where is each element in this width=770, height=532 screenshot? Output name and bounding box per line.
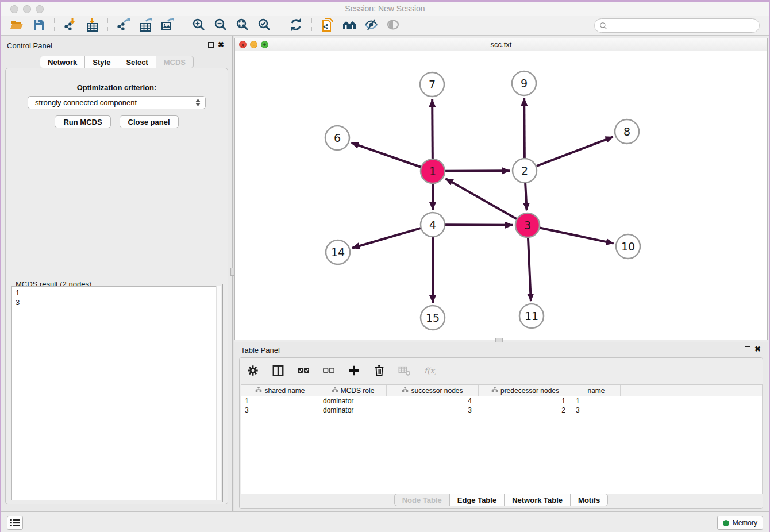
edge-3-10[interactable] — [540, 228, 614, 244]
control-panel-close-icon[interactable]: ✖ — [218, 42, 224, 48]
node-15[interactable]: 15 — [421, 306, 445, 330]
zoom-fit-button[interactable] — [232, 17, 253, 34]
cell-predecessor-nodes[interactable]: 1 — [479, 396, 572, 406]
edge-1-6[interactable] — [352, 143, 421, 167]
zoom-in-button[interactable] — [188, 17, 210, 34]
tab-motifs[interactable]: Motifs — [571, 494, 608, 506]
search-field[interactable] — [594, 18, 760, 33]
export-network-button[interactable] — [113, 17, 134, 34]
clone-network-button[interactable] — [317, 17, 338, 34]
table-panel-close-icon[interactable]: ✖ — [754, 346, 761, 352]
node-3[interactable]: 3 — [515, 213, 540, 237]
node-8[interactable]: 8 — [615, 119, 639, 144]
table-panel-float-icon[interactable] — [745, 346, 750, 352]
function-builder-button: f(x) — [421, 363, 438, 380]
column-header-predecessor-nodes[interactable]: predecessor nodes — [479, 385, 572, 396]
node-label-3: 3 — [524, 219, 531, 232]
select-all-columns-button[interactable] — [295, 363, 312, 380]
tab-node-table[interactable]: Node Table — [394, 494, 450, 506]
cell-successor-nodes[interactable]: 4 — [387, 396, 479, 406]
edge-1-7[interactable] — [432, 99, 433, 159]
criterion-dropdown[interactable]: strongly connected component — [28, 96, 206, 109]
network-window-titlebar[interactable]: x - + scc.txt — [235, 38, 767, 51]
hide-selected-button[interactable] — [360, 17, 382, 34]
run-mcds-button[interactable]: Run MCDS — [55, 115, 110, 128]
edge-2-9[interactable] — [524, 98, 525, 158]
edge-4-14[interactable] — [352, 228, 421, 248]
task-history-button[interactable] — [7, 516, 23, 530]
cell-shared-name[interactable]: 3 — [241, 406, 319, 415]
result-scrollbar[interactable] — [216, 286, 221, 500]
tab-style[interactable]: Style — [85, 56, 118, 68]
mcds-result-textarea[interactable]: 1 3 — [11, 286, 221, 500]
tab-network-table[interactable]: Network Table — [505, 494, 571, 506]
network-view-window: x - + scc.txt 1234678910111415 — [234, 38, 768, 340]
export-image-button[interactable] — [156, 17, 178, 34]
node-1[interactable]: 1 — [421, 159, 445, 183]
cell-shared-name[interactable]: 1 — [241, 396, 319, 406]
tab-mcds[interactable]: MCDS — [156, 56, 194, 68]
node-7[interactable]: 7 — [420, 72, 444, 97]
horizontal-split-grabber[interactable] — [495, 338, 503, 342]
function-builder-icon: f(x) — [424, 364, 436, 379]
cell-MCDS-role[interactable]: dominator — [319, 406, 387, 415]
column-header-name[interactable]: name — [572, 385, 621, 396]
table-settings-button[interactable] — [244, 363, 261, 380]
node-label-11: 11 — [525, 310, 538, 322]
edge-2-8[interactable] — [537, 137, 613, 166]
delete-column-icon — [373, 364, 386, 379]
tab-edge-table[interactable]: Edge Table — [450, 494, 505, 506]
zoom-out-button[interactable] — [210, 17, 232, 34]
edge-2-3[interactable] — [525, 183, 526, 210]
edge-1-2[interactable] — [445, 171, 510, 171]
tab-select[interactable]: Select — [118, 56, 156, 68]
node-9[interactable]: 9 — [512, 71, 536, 95]
close-panel-button[interactable]: Close panel — [120, 115, 179, 128]
import-network-button[interactable] — [59, 17, 81, 34]
titlebar[interactable]: Session: New Session — [1, 2, 769, 16]
save-session-button[interactable] — [28, 17, 49, 34]
node-6[interactable]: 6 — [325, 126, 349, 150]
open-file-button[interactable] — [6, 17, 28, 34]
node-14[interactable]: 14 — [326, 240, 350, 264]
import-table-button[interactable] — [81, 17, 103, 34]
dropdown-chevrons-icon — [195, 99, 201, 106]
cell-successor-nodes[interactable]: 3 — [387, 406, 479, 415]
export-table-button[interactable] — [134, 17, 156, 34]
node-4[interactable]: 4 — [421, 213, 445, 237]
column-label: name — [587, 387, 605, 395]
tab-network[interactable]: Network — [40, 56, 85, 68]
node-11[interactable]: 11 — [519, 304, 544, 328]
clone-network-icon — [321, 18, 334, 33]
table-row[interactable]: 3dominator323 — [241, 406, 762, 415]
cell-name[interactable]: 3 — [572, 406, 621, 415]
edge-3-1[interactable] — [446, 179, 517, 219]
hide-selected-icon — [364, 18, 378, 33]
column-header-shared-name[interactable]: shared name — [241, 385, 319, 396]
edge-4-3[interactable] — [445, 225, 513, 225]
node-10[interactable]: 10 — [616, 234, 640, 259]
search-input[interactable] — [611, 22, 754, 30]
add-column-button[interactable] — [345, 363, 363, 380]
delete-column-button[interactable] — [371, 363, 388, 380]
column-header-MCDS-role[interactable]: MCDS role — [319, 385, 387, 396]
open-file-icon — [10, 18, 24, 33]
show-all-button[interactable] — [382, 17, 404, 34]
cell-name[interactable]: 1 — [572, 396, 621, 406]
node-2[interactable]: 2 — [513, 159, 537, 183]
apply-layout-button[interactable] — [285, 17, 307, 34]
unselect-all-columns-button[interactable] — [320, 363, 337, 380]
cell-predecessor-nodes[interactable]: 2 — [479, 406, 572, 415]
memory-button[interactable]: Memory — [717, 516, 763, 530]
zoom-selected-button[interactable] — [253, 17, 275, 34]
cell-MCDS-role[interactable]: dominator — [319, 396, 387, 406]
control-panel-float-icon[interactable] — [208, 42, 214, 48]
network-canvas[interactable]: 1234678910111415 — [235, 51, 767, 340]
edge-3-11[interactable] — [528, 238, 531, 301]
toggle-panel-button[interactable] — [270, 363, 287, 380]
node-label-1: 1 — [429, 165, 436, 178]
network-window-title: scc.txt — [235, 40, 767, 49]
column-header-successor-nodes[interactable]: successor nodes — [387, 385, 479, 396]
table-row[interactable]: 1dominator411 — [241, 396, 762, 406]
first-neighbors-button[interactable] — [338, 17, 360, 34]
